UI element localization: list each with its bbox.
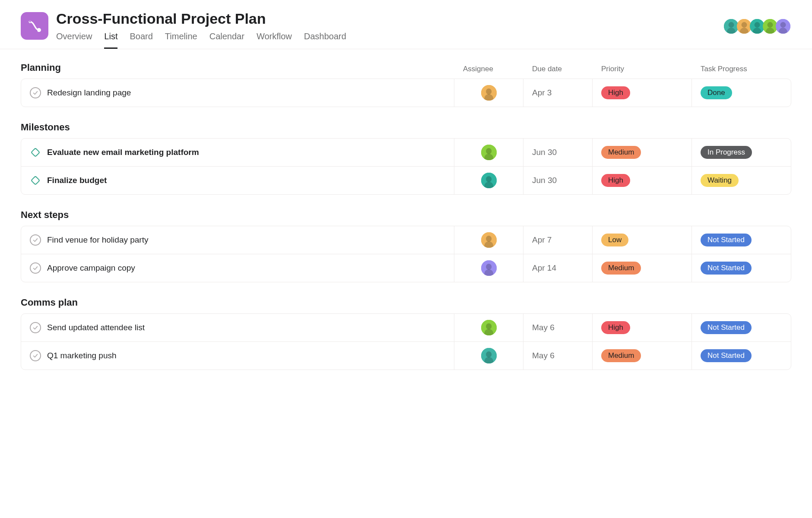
due-date-cell[interactable]: Apr 7 (523, 226, 592, 254)
progress-pill[interactable]: In Progress (701, 146, 752, 159)
progress-pill[interactable]: Waiting (701, 174, 739, 187)
tab-timeline[interactable]: Timeline (165, 32, 197, 49)
progress-pill[interactable]: Not Started (701, 262, 752, 275)
column-header-due (523, 133, 593, 138)
priority-cell[interactable]: Medium (592, 254, 691, 282)
progress-cell[interactable]: In Progress (691, 139, 791, 166)
task-row[interactable]: Approve campaign copyApr 14MediumNot Sta… (21, 254, 791, 282)
priority-pill[interactable]: High (601, 174, 630, 187)
task-name-cell[interactable]: Approve campaign copy (21, 254, 454, 282)
priority-cell[interactable]: High (592, 79, 691, 107)
task-name-cell[interactable]: Q1 marketing push (21, 342, 454, 370)
priority-pill[interactable]: Low (601, 234, 628, 246)
due-date-cell[interactable]: Apr 14 (523, 254, 592, 282)
tab-board[interactable]: Board (130, 32, 152, 49)
task-row[interactable]: Evaluate new email marketing platformJun… (21, 139, 791, 166)
priority-pill[interactable]: High (601, 86, 630, 99)
due-date-cell[interactable]: May 6 (523, 342, 592, 370)
assignee-cell[interactable] (454, 314, 523, 341)
task-name-cell[interactable]: Send updated attendee list (21, 314, 454, 341)
tab-dashboard[interactable]: Dashboard (304, 32, 346, 49)
priority-cell[interactable]: High (592, 167, 691, 194)
task-row[interactable]: Finalize budgetJun 30HighWaiting (21, 166, 791, 194)
assignee-avatar[interactable] (481, 348, 497, 363)
task-name-cell[interactable]: Redesign landing page (21, 79, 454, 107)
task-row[interactable]: Redesign landing pageApr 3HighDone (21, 79, 791, 107)
priority-cell[interactable]: High (592, 314, 691, 341)
tab-workflow[interactable]: Workflow (257, 32, 292, 49)
assignee-avatar[interactable] (481, 232, 497, 248)
complete-checkbox[interactable] (30, 234, 41, 246)
progress-cell[interactable]: Not Started (691, 254, 791, 282)
priority-cell[interactable]: Medium (592, 342, 691, 370)
task-title[interactable]: Finalize budget (47, 176, 107, 185)
progress-pill[interactable]: Done (701, 86, 732, 99)
svg-rect-2 (31, 148, 40, 157)
tab-list[interactable]: List (104, 32, 117, 49)
project-icon[interactable] (21, 12, 48, 40)
assignee-cell[interactable] (454, 342, 523, 370)
assignee-avatar[interactable] (481, 85, 497, 101)
due-date-cell[interactable]: Jun 30 (523, 167, 592, 194)
section: Comms planSend updated attendee listMay … (21, 297, 791, 370)
assignee-avatar[interactable] (481, 173, 497, 188)
assignee-cell[interactable] (454, 167, 523, 194)
progress-pill[interactable]: Not Started (701, 349, 752, 362)
priority-pill[interactable]: High (601, 321, 630, 334)
task-title[interactable]: Evaluate new email marketing platform (47, 148, 199, 157)
task-name-cell[interactable]: Evaluate new email marketing platform (21, 139, 454, 166)
due-date-cell[interactable]: Jun 30 (523, 139, 592, 166)
task-row[interactable]: Q1 marketing pushMay 6MediumNot Started (21, 341, 791, 370)
progress-cell[interactable]: Waiting (691, 167, 791, 194)
complete-checkbox[interactable] (30, 262, 41, 274)
assignee-cell[interactable] (454, 226, 523, 254)
assignee-cell[interactable] (454, 79, 523, 107)
task-title[interactable]: Redesign landing page (47, 88, 131, 98)
progress-cell[interactable]: Not Started (691, 342, 791, 370)
priority-cell[interactable]: Medium (592, 139, 691, 166)
progress-pill[interactable]: Not Started (701, 321, 752, 334)
task-name-cell[interactable]: Find venue for holiday party (21, 226, 454, 254)
section-title[interactable]: Next steps (21, 209, 454, 221)
priority-cell[interactable]: Low (592, 226, 691, 254)
due-date-cell[interactable]: Apr 3 (523, 79, 592, 107)
section-header-row: Comms plan (21, 297, 791, 313)
task-row[interactable]: Find venue for holiday partyApr 7LowNot … (21, 226, 791, 254)
task-title[interactable]: Approve campaign copy (47, 263, 135, 273)
section-title[interactable]: Milestones (21, 122, 454, 133)
column-header-priority: Priority (593, 65, 692, 79)
tab-calendar[interactable]: Calendar (209, 32, 244, 49)
column-header-progress (692, 133, 791, 138)
due-date-cell[interactable]: May 6 (523, 314, 592, 341)
task-table: Send updated attendee listMay 6HighNot S… (21, 313, 791, 370)
member-avatar[interactable] (775, 18, 791, 35)
task-row[interactable]: Send updated attendee listMay 6HighNot S… (21, 314, 791, 341)
complete-checkbox[interactable] (30, 87, 41, 98)
assignee-avatar[interactable] (481, 320, 497, 335)
assignee-avatar[interactable] (481, 145, 497, 160)
assignee-cell[interactable] (454, 254, 523, 282)
tab-overview[interactable]: Overview (56, 32, 92, 49)
progress-cell[interactable]: Not Started (691, 314, 791, 341)
section-title[interactable]: Planning (21, 62, 454, 73)
priority-pill[interactable]: Medium (601, 349, 641, 362)
column-header-progress (692, 221, 791, 226)
progress-pill[interactable]: Not Started (701, 234, 752, 246)
milestone-icon (30, 147, 41, 158)
column-header-priority (593, 308, 692, 313)
project-members[interactable] (723, 10, 791, 35)
task-title[interactable]: Find venue for holiday party (47, 235, 148, 245)
section-title[interactable]: Comms plan (21, 297, 454, 308)
assignee-cell[interactable] (454, 139, 523, 166)
task-title[interactable]: Q1 marketing push (47, 351, 117, 360)
column-header-priority (593, 133, 692, 138)
task-title[interactable]: Send updated attendee list (47, 323, 145, 332)
task-name-cell[interactable]: Finalize budget (21, 167, 454, 194)
priority-pill[interactable]: Medium (601, 262, 641, 275)
priority-pill[interactable]: Medium (601, 146, 641, 159)
progress-cell[interactable]: Not Started (691, 226, 791, 254)
complete-checkbox[interactable] (30, 350, 41, 361)
assignee-avatar[interactable] (481, 260, 497, 276)
progress-cell[interactable]: Done (691, 79, 791, 107)
complete-checkbox[interactable] (30, 322, 41, 333)
